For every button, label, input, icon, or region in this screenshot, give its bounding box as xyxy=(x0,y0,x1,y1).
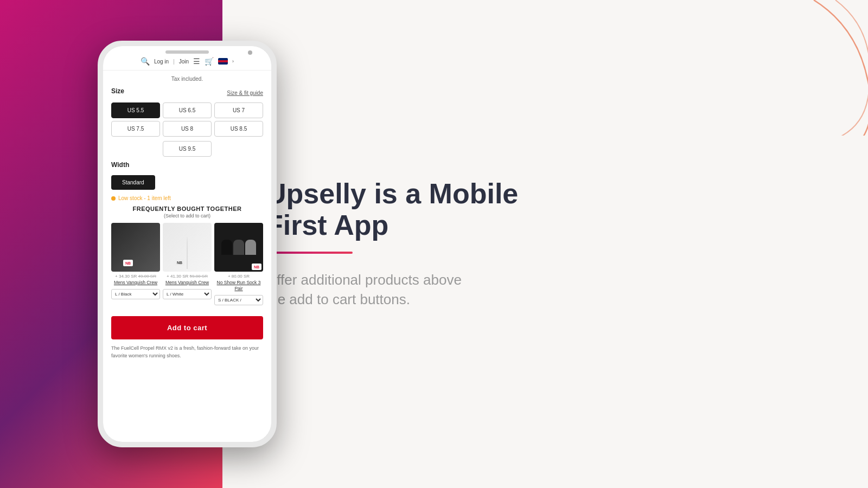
size-grid-last-row: US 9.5 xyxy=(111,141,263,157)
fbt-product-3-select[interactable]: S / BLACK / M / BLACK / L / BLACK / xyxy=(214,295,263,305)
multipack-visual: NB xyxy=(214,223,263,272)
size-btn-8-5[interactable]: US 8.5 xyxy=(214,121,263,137)
size-btn-7[interactable]: US 7 xyxy=(214,102,263,118)
tax-label: Tax included. xyxy=(111,76,263,82)
phone-mockup: 🔍 Log in | Join ☰ 🛒 › Tax included. Size… xyxy=(98,41,277,447)
accent-line xyxy=(266,252,353,254)
fbt-title: FREQUENTLY BOUGHT TOGETHER xyxy=(111,206,263,212)
fbt-product-3-image[interactable]: NB xyxy=(214,223,263,272)
phone-screen: 🔍 Log in | Join ☰ 🛒 › Tax included. Size… xyxy=(103,46,271,442)
fbt-product-3: NB + 80.00 SR No Show Run Sock 3 Pair S … xyxy=(214,223,263,305)
decorative-curves xyxy=(705,0,868,136)
expand-arrow[interactable]: › xyxy=(232,59,234,64)
sock-white-visual: NB xyxy=(187,237,188,269)
phone-camera xyxy=(248,50,252,55)
fbt-product-1-price-original: 49.00 SR xyxy=(138,274,156,279)
fbt-product-1-select[interactable]: L / Black M / Black S / Black xyxy=(111,289,160,299)
size-btn-5-5[interactable]: US 5.5 xyxy=(111,102,160,118)
fbt-product-2-select[interactable]: L / White M / White S / White xyxy=(163,289,212,299)
fbt-product-2-image[interactable]: NB xyxy=(163,223,212,272)
main-heading: Upselly is a Mobile First App xyxy=(266,178,518,240)
product-description: The FuelCell Propel RMX v2 is a fresh, f… xyxy=(111,345,263,359)
phone-frame: 🔍 Log in | Join ☰ 🛒 › Tax included. Size… xyxy=(98,41,277,447)
size-grid: US 5.5 US 6.5 US 7 US 7.5 US 8 US 8.5 xyxy=(111,102,263,137)
size-label: Size xyxy=(111,87,124,95)
fbt-product-1-name[interactable]: Mens Vanquish Crew xyxy=(111,280,160,286)
phone-topbar: 🔍 Log in | Join ☰ 🛒 › xyxy=(103,46,271,70)
heading-line-1: Upselly is a Mobile xyxy=(266,178,518,209)
nb-logo-2: NB xyxy=(175,259,184,266)
fbt-product-3-price: + 80.00 SR xyxy=(214,274,263,279)
join-link[interactable]: Join xyxy=(179,59,189,65)
fbt-product-3-price-prefix: + 80.00 SR xyxy=(228,274,250,279)
mini-sock-3 xyxy=(245,240,256,255)
fbt-product-3-name[interactable]: No Show Run Sock 3 Pair xyxy=(214,280,263,292)
fbt-products: NB + 34.30 SR 49.00 SR Mens Vanquish Cre… xyxy=(111,223,263,305)
size-fit-guide-link[interactable]: Size & fit guide xyxy=(227,90,263,96)
subtext-line-1: Offer additional products above xyxy=(266,272,462,288)
fbt-product-2-price: + 41.30 SR 59.00 SR xyxy=(163,274,212,279)
language-flag[interactable] xyxy=(218,58,228,65)
width-label: Width xyxy=(111,161,263,169)
mini-sock-1 xyxy=(221,240,232,255)
phone-notch xyxy=(165,50,209,54)
width-section: Width Standard xyxy=(111,161,263,190)
size-btn-9-5[interactable]: US 9.5 xyxy=(163,141,212,157)
fbt-product-1-price: + 34.30 SR 49.00 SR xyxy=(111,274,160,279)
topbar-divider: | xyxy=(173,59,175,65)
add-to-cart-button[interactable]: Add to cart xyxy=(111,316,263,339)
nb-logo-3: NB xyxy=(252,264,261,270)
fbt-subtitle: (Select to add to cart) xyxy=(111,213,263,219)
size-header: Size Size & fit guide xyxy=(111,87,263,98)
login-link[interactable]: Log in xyxy=(154,59,169,65)
fbt-product-2-name[interactable]: Mens Vanquish Crew xyxy=(163,280,212,286)
mini-sock-2 xyxy=(233,240,244,255)
size-btn-7-5[interactable]: US 7.5 xyxy=(111,121,160,137)
fbt-product-2: NB + 41.30 SR 59.00 SR Mens Vanquish Cre… xyxy=(163,223,212,305)
cart-icon[interactable]: 🛒 xyxy=(205,57,214,66)
stock-dot xyxy=(111,196,116,201)
fbt-product-2-price-original: 59.00 SR xyxy=(190,274,208,279)
fbt-product-2-price-prefix: + 41.30 SR xyxy=(167,274,189,279)
stock-warning: Low stock - 1 item left xyxy=(111,195,263,201)
search-icon[interactable]: 🔍 xyxy=(141,57,150,66)
nb-logo-1: NB xyxy=(123,260,133,266)
fbt-product-1-price-prefix: + 34.30 SR xyxy=(115,274,138,279)
sub-text: Offer additional products above the add … xyxy=(266,270,518,310)
fbt-section: FREQUENTLY BOUGHT TOGETHER (Select to ad… xyxy=(111,206,263,305)
heading-line-2: First App xyxy=(266,209,388,241)
fbt-product-1: NB + 34.30 SR 49.00 SR Mens Vanquish Cre… xyxy=(111,223,160,305)
size-btn-6-5[interactable]: US 6.5 xyxy=(163,102,212,118)
subtext-line-2: the add to cart buttons. xyxy=(266,291,410,307)
menu-icon[interactable]: ☰ xyxy=(193,57,200,66)
right-panel: Upselly is a Mobile First App Offer addi… xyxy=(222,0,868,488)
phone-content: Tax included. Size Size & fit guide US 5… xyxy=(103,70,271,442)
width-standard-btn[interactable]: Standard xyxy=(111,175,155,190)
fbt-product-1-image[interactable]: NB xyxy=(111,223,160,272)
right-content: Upselly is a Mobile First App Offer addi… xyxy=(266,178,518,309)
size-btn-8[interactable]: US 8 xyxy=(163,121,212,137)
stock-text: Low stock - 1 item left xyxy=(118,195,171,201)
